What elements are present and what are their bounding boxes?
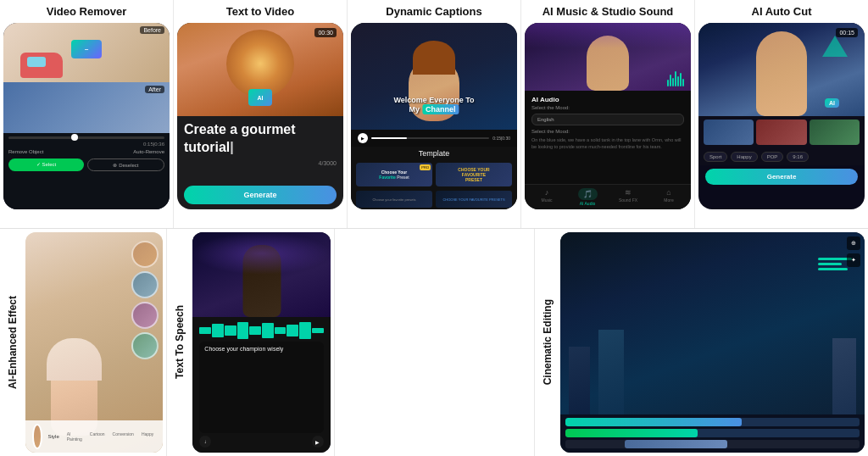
ttv-screen: 00:30 AI Create a gourmet tutorial| 4/30… xyxy=(177,23,343,209)
dc-caption-line1: Welcome Everyone To xyxy=(393,96,474,104)
ce-building-3 xyxy=(832,338,856,414)
ai-music-title: AI Music & Studio Sound xyxy=(542,5,674,18)
aee-tab-painting[interactable]: AI Painting xyxy=(64,430,85,443)
vr-buttons[interactable]: ✓ Select ⊗ Deselect xyxy=(8,158,164,171)
aac-wind-effect xyxy=(822,36,848,57)
aim-tab-ai-audio[interactable]: 🎵 AI Audio xyxy=(567,188,608,206)
vr-time: 0:15|0:36 xyxy=(8,142,164,147)
tts-bottom-bar: ↓ ▶ xyxy=(199,436,323,448)
ce-track-3 xyxy=(565,440,860,448)
ttv-pizza xyxy=(226,30,294,97)
tts-download-icon[interactable]: ↓ xyxy=(199,436,211,448)
ce-label-area: Cinematic Editing xyxy=(535,229,560,457)
aac-tag-happy[interactable]: Happy xyxy=(731,152,757,162)
aac-screen: 00:15 AI Sport Happy POP 9:16 Genera xyxy=(698,23,865,209)
dc-preset-2[interactable]: CHOOSE YOURFAVOURITEPRESET xyxy=(436,163,512,186)
dc-preset-1[interactable]: Choose Your Favorite Preset PRO xyxy=(356,163,432,186)
auto-remove-label: Auto-Remove xyxy=(133,149,164,154)
tts-glow xyxy=(192,232,330,275)
ttv-pizza-bg: 00:30 AI xyxy=(177,23,343,116)
aim-tab-sound-fx[interactable]: ≋ Sound FX xyxy=(608,188,648,206)
select-button[interactable]: ✓ Select xyxy=(8,158,84,171)
ai-auto-cut-phone: 00:15 AI Sport Happy POP 9:16 Genera xyxy=(698,23,865,209)
ce-icon-2[interactable]: ✦ xyxy=(847,253,860,267)
dc-presets: Choose Your Favorite Preset PRO CHOOSE Y… xyxy=(351,160,517,189)
aee-effect-3[interactable] xyxy=(131,302,159,329)
ce-overlay-icons: ⊕ ✦ xyxy=(847,236,860,267)
dc-play-button[interactable]: ▶ xyxy=(358,133,368,143)
feature-ai-music: AI Music & Studio Sound xyxy=(521,0,695,228)
tts-screen: Choose your champion wisely ↓ ▶ xyxy=(192,232,330,453)
aee-tab-happy[interactable]: Happy xyxy=(139,430,156,443)
dc-screen: Welcome Everyone To My Channel ▶ 0:15| xyxy=(351,23,517,209)
ce-track-1 xyxy=(565,418,860,426)
aim-mood-label-2: Select the Mood: xyxy=(531,129,684,134)
aim-ai-audio-label: AI Audio xyxy=(580,201,596,206)
text-to-speech-title: Text To Speech xyxy=(170,305,189,379)
tts-concert-bg xyxy=(192,232,330,317)
vr-van xyxy=(20,53,63,78)
vr-timeline xyxy=(8,136,164,139)
after-badge: After xyxy=(145,86,164,93)
aac-thumb-2[interactable] xyxy=(756,120,806,145)
aee-tab-conversion[interactable]: Conversion xyxy=(110,430,136,443)
tts-controls: Choose your champion wisely ↓ ▶ xyxy=(192,317,330,453)
feature-text-to-video: Text to Video 00:30 AI Create a gourmet … xyxy=(174,0,348,228)
aee-effect-1[interactable] xyxy=(131,241,159,268)
ce-track-1-fill xyxy=(565,418,742,426)
feature-dynamic-captions: Dynamic Captions Welcome Everyone To My … xyxy=(348,0,521,228)
aim-tab-music[interactable]: ♪ Music xyxy=(526,188,567,206)
ttv-timer: 00:30 xyxy=(314,28,337,37)
aac-hero-area: 00:15 AI xyxy=(698,23,865,116)
cinematic-editing-title: Cinematic Editing xyxy=(538,299,557,385)
aim-music-label: Music xyxy=(541,197,552,203)
aee-tab-cartoon[interactable]: Cartoon xyxy=(87,430,108,443)
vr-controls: 0:15|0:36 Remove Object Auto-Remove ✓ Se… xyxy=(3,133,170,209)
video-remover-title: Video Remover xyxy=(47,5,126,18)
dc-caption-overlay: Welcome Everyone To My Channel xyxy=(393,96,474,114)
ttv-generate-button[interactable]: Generate xyxy=(184,186,337,204)
aee-effect-4[interactable] xyxy=(131,332,159,359)
aee-style-label: Style xyxy=(47,434,58,439)
ce-screen: ⊕ ✦ xyxy=(560,232,865,453)
aac-thumb-3[interactable] xyxy=(810,120,860,145)
tts-label-area: Text To Speech xyxy=(167,229,192,457)
aac-generate-button[interactable]: Generate xyxy=(705,169,858,185)
ttv-content: Create a gourmet tutorial| 4/3000 Genera… xyxy=(177,116,343,209)
aee-screen: Style AI Painting Cartoon Conversion Hap… xyxy=(25,232,163,453)
feature-ai-auto-cut: AI Auto Cut 00:15 AI Sport xyxy=(695,0,868,228)
aee-effect-2[interactable] xyxy=(131,271,159,298)
ttv-counter: 4/3000 xyxy=(184,160,337,166)
music-icon: ♪ xyxy=(545,188,549,197)
ce-timeline xyxy=(560,414,865,453)
tts-play-icon[interactable]: ▶ xyxy=(312,436,324,448)
aac-timer: 00:15 xyxy=(836,28,858,37)
dc-time: 0:15|0:30 xyxy=(492,136,510,141)
aim-dropdown-1[interactable]: English xyxy=(531,114,684,125)
sound-fx-icon: ≋ xyxy=(625,188,632,197)
deselect-button[interactable]: ⊗ Deselect xyxy=(87,158,164,171)
ce-phone-area: ⊕ ✦ xyxy=(560,229,868,457)
tts-text-area[interactable]: Choose your champion wisely xyxy=(199,342,323,434)
aee-hair xyxy=(47,338,102,381)
dc-template-label: Template xyxy=(351,147,517,160)
aim-mood-label-1: Select the Mood: xyxy=(531,105,684,110)
ai-enhanced-title: AI-Enhanced Effect xyxy=(3,296,22,389)
tts-phone-area: Choose your champion wisely ↓ ▶ xyxy=(192,229,333,457)
ce-building-2 xyxy=(598,330,624,414)
vr-label-row: Remove Object Auto-Remove xyxy=(8,149,164,154)
aim-tab-more[interactable]: ⌂ More xyxy=(648,188,689,206)
aac-ai-badge: AI xyxy=(825,98,839,108)
vr-before-image: ~ Before xyxy=(3,23,170,82)
aac-thumb-1[interactable] xyxy=(704,120,754,145)
dc-progress-fill xyxy=(371,137,407,139)
dc-more-presets: Choose your favorite presets CHOOSE YOUR… xyxy=(351,189,517,209)
aac-tag-pop[interactable]: POP xyxy=(761,152,784,162)
ce-building-1 xyxy=(569,347,590,414)
dc-more-preset-1[interactable]: Choose your favorite presets xyxy=(356,191,432,208)
aac-tag-sport[interactable]: Sport xyxy=(704,152,727,162)
remove-object-label: Remove Object xyxy=(8,149,43,154)
aac-tag-ratio[interactable]: 9:16 xyxy=(787,152,809,162)
ce-icon-1[interactable]: ⊕ xyxy=(847,236,860,250)
dc-more-preset-2[interactable]: CHOOSE YOUR FAVOURITE PRESETS xyxy=(436,191,512,208)
